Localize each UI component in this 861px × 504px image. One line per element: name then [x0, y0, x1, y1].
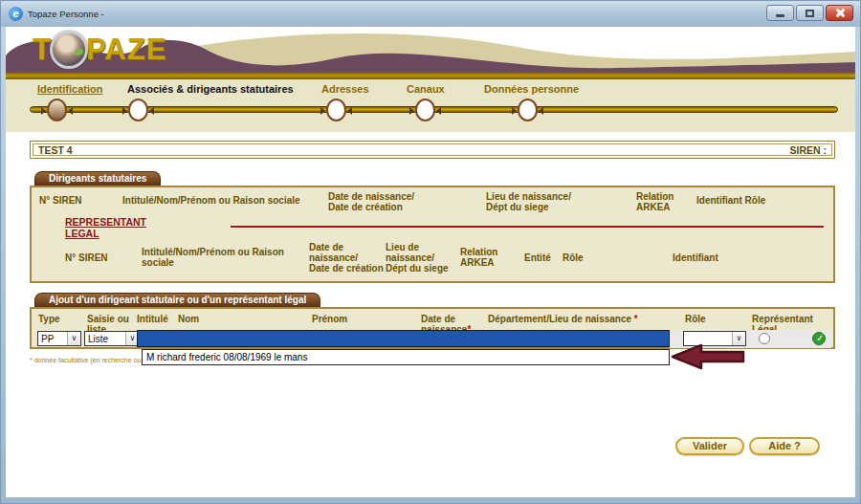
aide-button[interactable]: Aide ?	[749, 437, 820, 455]
step-canaux[interactable]: Canaux	[407, 83, 445, 95]
logo-text: PAZE	[86, 31, 166, 69]
col-nom: Nom	[178, 314, 199, 324]
representant-legal-link[interactable]: REPRESENTANT LEGAL	[65, 216, 180, 239]
titlebar: e Topaze Personne -	[1, 1, 860, 27]
minimize-button[interactable]	[766, 5, 794, 21]
page: T PAZE ☎ ?	[6, 27, 855, 497]
app-window: e Topaze Personne - T PAZE	[0, 0, 861, 504]
step-donnees-personne[interactable]: Données personne	[484, 83, 579, 95]
col-lieu-1: Lieu de naissance/ Dépt du siege	[486, 191, 571, 212]
step-identification[interactable]: Identification	[37, 83, 102, 95]
col-lieu-2: Lieu de naissance/ Dépt du siege	[386, 242, 449, 274]
header-banner: T PAZE ☎ ?	[6, 27, 855, 73]
window-body: T PAZE ☎ ?	[6, 27, 855, 497]
step-associes[interactable]: Associés & dirigeants statutaires	[127, 83, 294, 95]
col-identifiant-2: Identifiant	[673, 252, 718, 263]
logo-avatar-photo	[50, 31, 88, 69]
topaze-logo: T PAZE	[33, 31, 166, 69]
tab-ajout-dirigeant: Ajout d'un dirigeant statutaire ou d'un …	[34, 293, 320, 307]
required-star: *	[634, 314, 638, 324]
col-role: Rôle	[685, 314, 706, 324]
entity-name: TEST 4	[38, 144, 73, 156]
col-relation-1: Relation ARKEA	[636, 191, 673, 212]
step-adresses[interactable]: Adresses	[321, 83, 369, 95]
col-intitule: Intitulé	[137, 314, 168, 324]
chevron-down-icon	[67, 332, 80, 345]
wizard-steps-bar: Identification Associés & dirigeants sta…	[6, 79, 855, 132]
saisie-select[interactable]: Liste	[84, 331, 140, 346]
leaf-icon	[75, 49, 83, 55]
col-intitule-1: Intitulé/Nom/Prénom ou Raison sociale	[122, 195, 300, 206]
col-identifiant-role-1: Identifiant Rôle	[696, 195, 765, 206]
window-controls	[766, 5, 853, 21]
type-select-value: PP	[38, 334, 67, 344]
footnote-text: * donnée facultative (en recherche ou	[30, 357, 141, 363]
col-dept-text: Département/Lieu de naissance	[488, 314, 634, 324]
maximize-icon	[806, 10, 814, 17]
name-combobox-selected[interactable]	[137, 330, 670, 347]
step-circle-adresses[interactable]	[326, 99, 346, 121]
entity-bar: TEST 4 SIREN :	[30, 141, 835, 159]
type-select[interactable]: PP	[37, 331, 81, 346]
col-prenom: Prénom	[312, 314, 347, 324]
step-circle-identification[interactable]	[47, 99, 67, 121]
valider-button[interactable]: Valider	[675, 437, 744, 455]
saisie-select-value: Liste	[85, 334, 125, 344]
minimize-icon	[776, 14, 784, 17]
col-date-2: Date de naissance/ Date de création	[309, 242, 384, 274]
col-type: Type	[38, 314, 60, 324]
window-title: Topaze Personne -	[28, 9, 104, 19]
col-siren-1: N° SIREN	[39, 195, 82, 206]
tab-dirigeants-statutaires: Dirigeants statutaires	[34, 171, 161, 186]
col-intitule-2: Intitulé/Nom/Prénom ou Raison sociale	[142, 247, 284, 268]
gold-divider-band	[6, 73, 855, 79]
maximize-button[interactable]	[796, 5, 824, 21]
close-icon	[834, 8, 845, 18]
representant-legal-radio[interactable]	[759, 333, 770, 344]
annotation-arrow-icon	[670, 342, 746, 371]
dropdown-item-person[interactable]: M richard frederic 08/08/1969 le mans	[143, 350, 669, 364]
name-dropdown-list: M richard frederic 08/08/1969 le mans	[142, 349, 670, 365]
col-entite-2: Entité	[524, 252, 551, 263]
col-departement: Département/Lieu de naissance *	[488, 314, 638, 324]
col-role-2: Rôle	[563, 252, 584, 263]
step-circle-canaux[interactable]	[415, 99, 435, 121]
dirigeants-panel: N° SIREN Intitulé/Nom/Prénom ou Raison s…	[30, 186, 835, 283]
siren-label: SIREN :	[789, 144, 827, 156]
col-relation-2: Relation ARKEA	[460, 247, 497, 268]
logo-letter-t: T	[33, 31, 52, 69]
close-button[interactable]	[826, 5, 853, 21]
col-date-1: Date de naissance/ Date de création	[328, 191, 414, 212]
confirm-check-icon[interactable]	[812, 332, 826, 345]
browser-icon: e	[9, 7, 23, 21]
entity-bar-inner: TEST 4 SIREN :	[33, 143, 832, 156]
col-siren-2: N° SIREN	[65, 252, 108, 263]
legal-divider-line	[231, 226, 824, 228]
step-circle-associes[interactable]	[128, 99, 148, 121]
step-circle-donnees[interactable]	[518, 99, 538, 121]
